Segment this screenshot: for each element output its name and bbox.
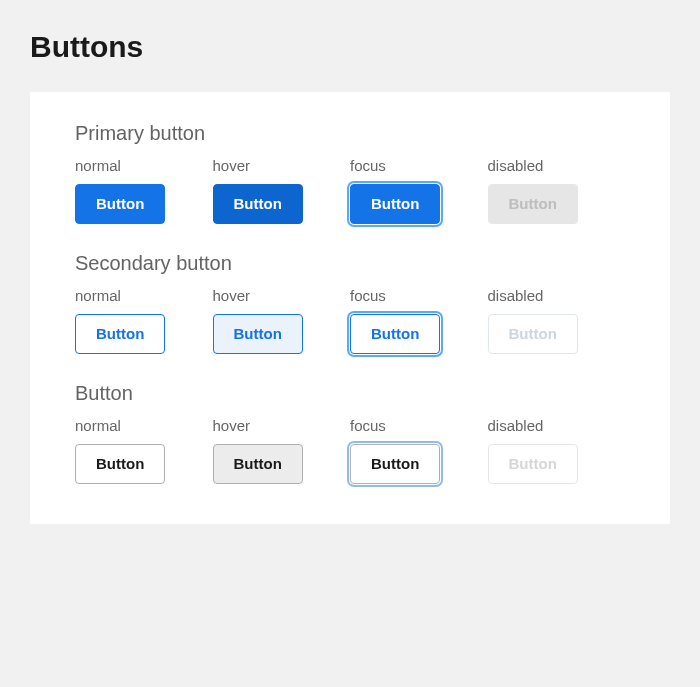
section-secondary: Secondary button normal Button hover But… xyxy=(75,252,625,354)
secondary-button-focus[interactable]: Button xyxy=(350,314,440,354)
state-label-disabled: disabled xyxy=(488,157,626,174)
primary-button-focus[interactable]: Button xyxy=(350,184,440,224)
default-normal-cell: normal Button xyxy=(75,417,213,484)
secondary-disabled-cell: disabled Button xyxy=(488,287,626,354)
section-default: Button normal Button hover Button focus … xyxy=(75,382,625,484)
primary-button-normal[interactable]: Button xyxy=(75,184,165,224)
buttons-card: Primary button normal Button hover Butto… xyxy=(30,92,670,524)
state-label-disabled: disabled xyxy=(488,417,626,434)
default-focus-cell: focus Button xyxy=(350,417,488,484)
state-label-normal: normal xyxy=(75,157,213,174)
secondary-button-disabled: Button xyxy=(488,314,578,354)
secondary-normal-cell: normal Button xyxy=(75,287,213,354)
primary-disabled-cell: disabled Button xyxy=(488,157,626,224)
state-label-normal: normal xyxy=(75,417,213,434)
secondary-row: normal Button hover Button focus Button … xyxy=(75,287,625,354)
default-button-focus[interactable]: Button xyxy=(350,444,440,484)
primary-hover-cell: hover Button xyxy=(213,157,351,224)
default-button-normal[interactable]: Button xyxy=(75,444,165,484)
primary-button-disabled: Button xyxy=(488,184,578,224)
state-label-disabled: disabled xyxy=(488,287,626,304)
state-label-hover: hover xyxy=(213,157,351,174)
primary-button-hover[interactable]: Button xyxy=(213,184,303,224)
secondary-button-normal[interactable]: Button xyxy=(75,314,165,354)
default-hover-cell: hover Button xyxy=(213,417,351,484)
default-disabled-cell: disabled Button xyxy=(488,417,626,484)
primary-row: normal Button hover Button focus Button … xyxy=(75,157,625,224)
section-primary: Primary button normal Button hover Butto… xyxy=(75,122,625,224)
state-label-hover: hover xyxy=(213,417,351,434)
section-primary-title: Primary button xyxy=(75,122,625,145)
state-label-focus: focus xyxy=(350,287,488,304)
section-secondary-title: Secondary button xyxy=(75,252,625,275)
secondary-focus-cell: focus Button xyxy=(350,287,488,354)
state-label-focus: focus xyxy=(350,157,488,174)
secondary-hover-cell: hover Button xyxy=(213,287,351,354)
primary-normal-cell: normal Button xyxy=(75,157,213,224)
default-button-hover[interactable]: Button xyxy=(213,444,303,484)
default-row: normal Button hover Button focus Button … xyxy=(75,417,625,484)
page-title: Buttons xyxy=(30,30,670,64)
secondary-button-hover[interactable]: Button xyxy=(213,314,303,354)
section-default-title: Button xyxy=(75,382,625,405)
primary-focus-cell: focus Button xyxy=(350,157,488,224)
state-label-normal: normal xyxy=(75,287,213,304)
default-button-disabled: Button xyxy=(488,444,578,484)
state-label-hover: hover xyxy=(213,287,351,304)
state-label-focus: focus xyxy=(350,417,488,434)
